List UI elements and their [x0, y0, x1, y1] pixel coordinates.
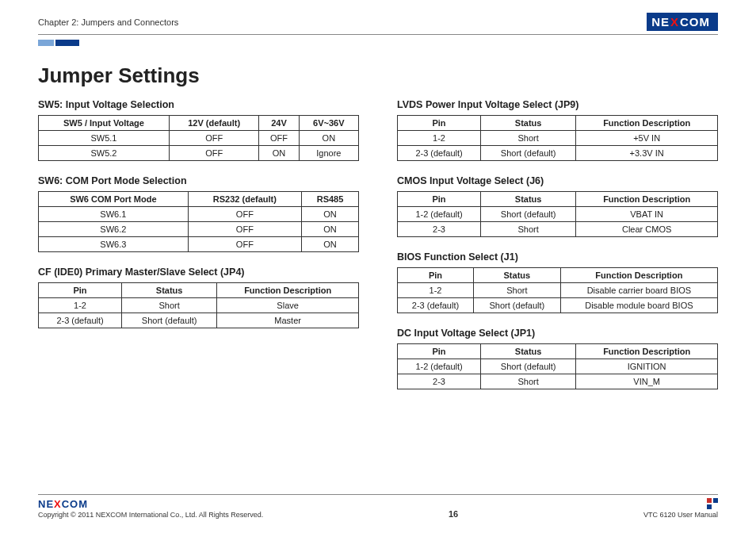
- data-table: PinStatusFunction Description1-2ShortDis…: [397, 267, 718, 313]
- left-column: SW5: Input Voltage SelectionSW5 / Input …: [38, 99, 359, 404]
- table-cell: Ignore: [299, 146, 358, 161]
- table-row: 1-2 (default)Short (default)IGNITION: [398, 359, 718, 374]
- table-row: SW6.1OFFON: [39, 207, 359, 222]
- table-cell: Disable carrier board BIOS: [560, 283, 717, 298]
- table-cell: ON: [302, 207, 359, 222]
- table-cell: 2-3 (default): [39, 313, 122, 328]
- table-row: 2-3ShortVIN_M: [398, 374, 718, 389]
- accent-bars: [38, 40, 718, 46]
- section-title: BIOS Function Select (J1): [397, 251, 718, 263]
- table-cell: OFF: [188, 222, 301, 237]
- table-cell: Slave: [217, 298, 359, 313]
- table-cell: SW5.2: [39, 146, 170, 161]
- section-title: LVDS Power Input Voltage Select (JP9): [397, 99, 718, 110]
- table-row: 1-2ShortSlave: [39, 298, 359, 313]
- table-cell: Short (default): [481, 359, 576, 374]
- table-header-cell: Status: [122, 283, 217, 298]
- table-row: 1-2Short+5V IN: [398, 131, 718, 146]
- table-row: SW5.1OFFOFFON: [39, 131, 359, 146]
- data-table: PinStatusFunction Description1-2Short+5V…: [397, 115, 718, 161]
- table-cell: Short: [481, 222, 576, 237]
- table-cell: +5V IN: [576, 131, 718, 146]
- table-cell: 2-3: [398, 222, 481, 237]
- table-cell: Short (default): [481, 146, 576, 161]
- table-cell: ON: [302, 222, 359, 237]
- footer-logo: NEXCOM: [38, 498, 263, 510]
- section-title: CF (IDE0) Primary Master/Slave Select (J…: [38, 266, 359, 278]
- footer-icon: [707, 498, 718, 509]
- table-cell: Short: [122, 298, 217, 313]
- data-table: PinStatusFunction Description1-2 (defaul…: [397, 343, 718, 389]
- table-header-cell: Status: [473, 268, 560, 283]
- table-cell: Short (default): [122, 313, 217, 328]
- table-cell: 1-2: [39, 298, 122, 313]
- section-title: SW6: COM Port Mode Selection: [38, 175, 359, 186]
- page-number: 16: [449, 509, 458, 519]
- manual-name: VTC 6120 User Manual: [643, 511, 718, 519]
- table-cell: OFF: [188, 207, 301, 222]
- table-cell: 1-2 (default): [398, 207, 481, 222]
- table-cell: VBAT IN: [576, 207, 718, 222]
- chapter-label: Chapter 2: Jumpers and Connectors: [38, 17, 178, 27]
- table-cell: Master: [217, 313, 359, 328]
- table-header-cell: Function Description: [576, 116, 718, 131]
- table-cell: Disable module board BIOS: [560, 298, 717, 313]
- table-cell: 2-3 (default): [398, 146, 481, 161]
- table-header-cell: Pin: [398, 344, 481, 359]
- table-cell: ON: [302, 237, 359, 252]
- table-cell: 1-2: [398, 131, 481, 146]
- table-row: 2-3 (default)Short (default)+3.3V IN: [398, 146, 718, 161]
- table-cell: 1-2 (default): [398, 359, 481, 374]
- page-title: Jumper Settings: [38, 63, 718, 88]
- table-header-cell: Pin: [398, 192, 481, 207]
- table-cell: +3.3V IN: [576, 146, 718, 161]
- table-row: 2-3 (default)Short (default)Disable modu…: [398, 298, 718, 313]
- copyright-text: Copyright © 2011 NEXCOM International Co…: [38, 511, 263, 519]
- content-columns: SW5: Input Voltage SelectionSW5 / Input …: [38, 99, 718, 404]
- table-row: SW6.2OFFON: [39, 222, 359, 237]
- table-header-cell: 6V~36V: [299, 116, 358, 131]
- brand-text-x: X: [670, 15, 679, 29]
- table-header-cell: 24V: [259, 116, 299, 131]
- brand-text-2: COM: [680, 15, 710, 29]
- table-header-cell: Status: [481, 344, 576, 359]
- data-table: PinStatusFunction Description1-2 (defaul…: [397, 191, 718, 237]
- table-cell: SW6.1: [39, 207, 189, 222]
- table-header-cell: Function Description: [217, 283, 359, 298]
- table-cell: Short: [481, 131, 576, 146]
- table-header-cell: RS232 (default): [188, 192, 301, 207]
- table-cell: 2-3: [398, 374, 481, 389]
- brand-logo: NEXCOM: [647, 13, 718, 31]
- table-row: SW5.2OFFONIgnore: [39, 146, 359, 161]
- table-cell: ON: [259, 146, 299, 161]
- right-column: LVDS Power Input Voltage Select (JP9)Pin…: [397, 99, 718, 404]
- table-cell: SW6.2: [39, 222, 189, 237]
- table-cell: OFF: [169, 146, 258, 161]
- table-row: 2-3 (default)Short (default)Master: [39, 313, 359, 328]
- table-cell: Short (default): [473, 298, 560, 313]
- table-row: 2-3ShortClear CMOS: [398, 222, 718, 237]
- section-title: CMOS Input Voltage Select (J6): [397, 175, 718, 186]
- table-header-cell: 12V (default): [169, 116, 258, 131]
- table-row: SW6.3OFFON: [39, 237, 359, 252]
- table-cell: Clear CMOS: [576, 222, 718, 237]
- table-header-cell: Function Description: [576, 344, 718, 359]
- data-table: SW5 / Input Voltage12V (default)24V6V~36…: [38, 115, 359, 161]
- data-table: SW6 COM Port ModeRS232 (default)RS485SW6…: [38, 191, 359, 252]
- table-header-cell: Status: [481, 116, 576, 131]
- table-header-cell: Pin: [398, 116, 481, 131]
- table-cell: Short (default): [481, 207, 576, 222]
- table-cell: 2-3 (default): [398, 298, 474, 313]
- table-header-cell: Pin: [39, 283, 122, 298]
- table-cell: SW6.3: [39, 237, 189, 252]
- page-header: Chapter 2: Jumpers and Connectors NEXCOM: [38, 13, 718, 35]
- table-cell: VIN_M: [576, 374, 718, 389]
- table-header-cell: Pin: [398, 268, 474, 283]
- table-cell: SW5.1: [39, 131, 170, 146]
- section-title: DC Input Voltage Select (JP1): [397, 328, 718, 339]
- table-row: 1-2ShortDisable carrier board BIOS: [398, 283, 718, 298]
- table-cell: ON: [299, 131, 358, 146]
- data-table: PinStatusFunction Description1-2ShortSla…: [38, 282, 359, 328]
- table-header-cell: RS485: [302, 192, 359, 207]
- table-header-cell: SW5 / Input Voltage: [39, 116, 170, 131]
